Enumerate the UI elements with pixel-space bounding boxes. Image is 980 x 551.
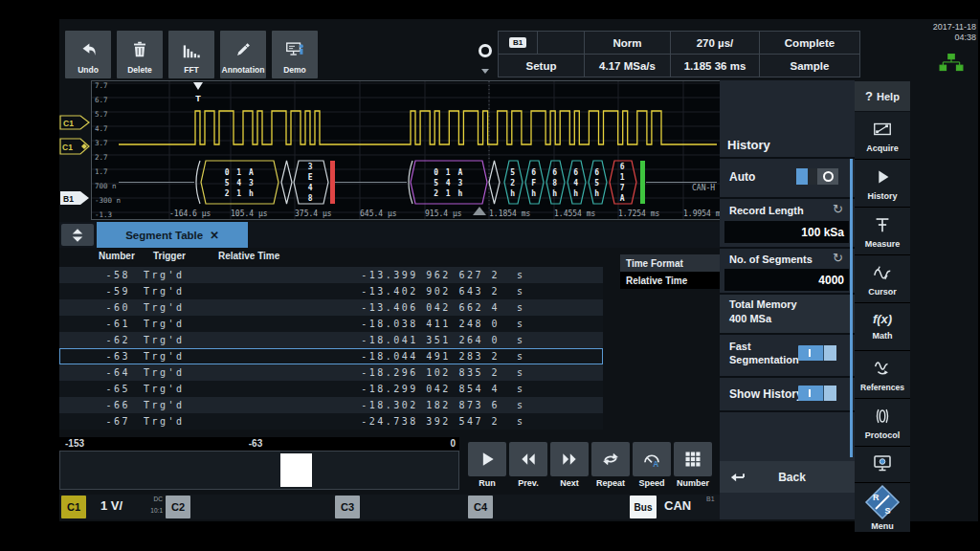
delete-label: Delete: [127, 65, 152, 78]
fast-segmentation-toggle[interactable]: [798, 345, 836, 361]
speed-button[interactable]: A Speed: [633, 442, 671, 488]
number-label: Number: [674, 478, 712, 488]
table-row[interactable]: -63Trg'd-18.044 491 283 2s: [59, 348, 603, 364]
svg-text:1.1854 ms: 1.1854 ms: [489, 209, 531, 218]
repeat-label: Repeat: [591, 478, 630, 488]
sidebar-item-history[interactable]: History: [855, 160, 910, 208]
run-button[interactable]: Run: [468, 442, 506, 488]
sidebar-item-display[interactable]: [855, 447, 910, 483]
channel1-marker[interactable]: C1: [59, 115, 92, 130]
timebase-cell[interactable]: 270 µs/: [670, 31, 760, 55]
record-length-reset-icon[interactable]: ↻: [833, 204, 843, 215]
time-format-dropdown: Time Format Relative Time: [620, 254, 720, 289]
record-dot-icon: [479, 44, 492, 57]
svg-text:0 1 A: 0 1 A: [225, 168, 256, 177]
sample-rate-cell[interactable]: 4.17 MSa/s: [584, 54, 671, 77]
channel1-trigger-marker[interactable]: C1: [59, 137, 92, 156]
cell-relative-time: -18.302 182 873 6: [258, 400, 500, 410]
back-button[interactable]: Back: [720, 461, 855, 493]
cell-relative-time: -13.402 902 643 2: [258, 286, 500, 297]
dialog-scrollbar[interactable]: [850, 159, 853, 457]
acquisition-state-cell[interactable]: Complete: [759, 31, 860, 55]
svg-text:6: 6: [552, 168, 558, 177]
table-row[interactable]: -66Trg'd-18.302 182 873 6s: [59, 397, 603, 413]
svg-text:8: 8: [552, 179, 558, 187]
svg-text:-164.6 µs: -164.6 µs: [169, 209, 212, 218]
cell-unit: s: [517, 351, 536, 362]
svg-text:2.7: 2.7: [95, 153, 108, 162]
cell-unit: s: [517, 335, 536, 345]
cursor-icon: [871, 262, 894, 283]
protocol-label: Protocol: [855, 430, 910, 440]
fft-button[interactable]: FFT: [168, 31, 214, 78]
repeat-button[interactable]: Repeat: [591, 442, 630, 488]
close-icon[interactable]: ✕: [210, 229, 219, 242]
segments-field[interactable]: 4000: [724, 269, 849, 291]
history-slider-handle[interactable]: [280, 453, 312, 487]
sidebar-item-menu[interactable]: R S Menu: [855, 483, 910, 533]
setup-cell[interactable]: Setup: [498, 54, 585, 77]
prev-button[interactable]: Prev.: [509, 442, 547, 488]
tab-segment-table[interactable]: Segment Table ✕: [97, 222, 248, 248]
table-row[interactable]: -65Trg'd-18.299 042 854 4s: [59, 381, 603, 397]
fast-segmentation-label-2: Segmentation: [729, 354, 799, 365]
time-format-value[interactable]: Relative Time: [620, 272, 720, 289]
sidebar-item-acquire[interactable]: Acquire: [855, 112, 910, 160]
segments-reset-icon[interactable]: ↻: [833, 253, 843, 264]
table-row[interactable]: -60Trg'd-13.406 042 662 4s: [59, 299, 603, 316]
sidebar-item-protocol[interactable]: Protocol: [855, 399, 910, 447]
network-icon[interactable]: [939, 54, 964, 73]
record-length-field[interactable]: 100 kSa: [724, 221, 849, 243]
undo-icon: [78, 34, 99, 65]
svg-text:375.4 µs: 375.4 µs: [295, 209, 332, 218]
pencil-icon: [233, 34, 254, 65]
show-history-toggle[interactable]: [798, 386, 836, 401]
tab-title: Segment Table: [125, 230, 203, 241]
acquisition-mode-cell[interactable]: Sample: [759, 54, 860, 77]
annotation-button[interactable]: Annotation: [220, 31, 266, 78]
channel4-badge[interactable]: C4: [468, 496, 493, 518]
status-b1-cell[interactable]: B1: [498, 31, 538, 55]
trigger-mode-cell[interactable]: Norm: [584, 31, 671, 55]
table-row[interactable]: -67Trg'd-24.738 392 547 2s: [59, 413, 603, 430]
undo-button[interactable]: Undo: [65, 31, 111, 78]
bus1-marker[interactable]: B1: [59, 190, 92, 206]
decode-frame-end: [640, 161, 645, 204]
table-row[interactable]: -59Trg'd-13.402 902 643 2s: [59, 283, 603, 299]
table-row[interactable]: -61Trg'd-18.038 411 248 0s: [59, 316, 603, 332]
sidebar-item-help[interactable]: ? Help: [855, 81, 910, 111]
sidebar-item-measure[interactable]: Measure: [855, 208, 910, 255]
cell-unit: s: [517, 400, 536, 410]
delete-button[interactable]: Delete: [117, 31, 163, 78]
number-button[interactable]: Number: [674, 442, 712, 488]
record-time-label: 1.185 36 ms: [684, 60, 746, 72]
cell-relative-time: -13.406 042 662 4: [258, 302, 500, 313]
toolbar-collapse-control[interactable]: [476, 33, 495, 78]
sidebar-item-references[interactable]: References: [855, 351, 910, 399]
demo-button[interactable]: Demo: [272, 31, 318, 78]
table-row[interactable]: -62Trg'd-18.041 351 264 0s: [59, 332, 603, 348]
sort-button[interactable]: [61, 224, 94, 246]
cell-unit: s: [517, 384, 536, 394]
next-button[interactable]: Next: [550, 442, 589, 488]
sidebar-item-math[interactable]: f(x) Math: [855, 303, 910, 351]
cell-number: -65: [59, 384, 130, 394]
references-icon: [871, 358, 894, 379]
table-row[interactable]: -64Trg'd-18.296 102 835 2s: [59, 364, 603, 381]
channel3-badge[interactable]: C3: [335, 496, 360, 518]
bus-protocol-label[interactable]: CAN: [664, 498, 691, 513]
channel1-badge[interactable]: C1: [61, 496, 86, 518]
svg-text:6: 6: [573, 168, 579, 177]
sidebar-item-cursor[interactable]: Cursor: [855, 255, 910, 303]
channel2-badge[interactable]: C2: [166, 496, 190, 518]
auto-toggle[interactable]: [796, 168, 838, 185]
channel1-scale[interactable]: 1 V/: [100, 498, 122, 513]
table-row[interactable]: -58Trg'd-13.399 962 627 2s: [59, 267, 603, 283]
record-time-cell[interactable]: 1.185 36 ms: [670, 54, 760, 77]
bus-badge[interactable]: Bus: [630, 496, 657, 518]
cell-trigger: Trg'd: [144, 286, 258, 297]
history-slider-track[interactable]: [59, 451, 459, 490]
svg-text:2: 2: [510, 179, 516, 187]
b1-badge: B1: [509, 37, 526, 48]
waveform-plot[interactable]: 0 1 A5 4 32 1 h3E480 1 A5 4 32 1 h52h6Fh…: [91, 80, 722, 220]
